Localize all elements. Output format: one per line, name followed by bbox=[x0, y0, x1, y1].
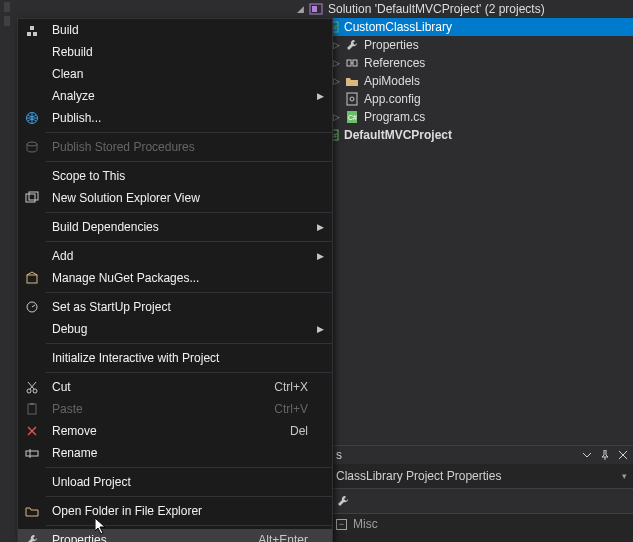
svg-text:C#: C# bbox=[348, 114, 357, 121]
solution-label: Solution 'DefaultMVCProject' (2 projects… bbox=[328, 0, 545, 18]
menu-item-shortcut: Alt+Enter bbox=[258, 533, 332, 542]
properties-group-label: Misc bbox=[353, 517, 378, 531]
build-icon bbox=[18, 23, 46, 37]
svg-rect-6 bbox=[347, 93, 357, 105]
tree-item-properties[interactable]: ▷Properties bbox=[292, 36, 633, 54]
menu-item-label: Build Dependencies bbox=[46, 220, 332, 234]
menu-item-analyze[interactable]: Analyze▶ bbox=[18, 85, 332, 107]
menu-separator bbox=[46, 161, 332, 162]
rename-icon bbox=[18, 446, 46, 460]
submenu-arrow-icon: ▶ bbox=[317, 91, 324, 101]
remove-icon bbox=[18, 424, 46, 438]
properties-pane-header-label: s bbox=[334, 448, 575, 462]
menu-item-label: Open Folder in File Explorer bbox=[46, 504, 332, 518]
menu-separator bbox=[46, 467, 332, 468]
menu-item-cut[interactable]: CutCtrl+X bbox=[18, 376, 332, 398]
svg-rect-12 bbox=[27, 32, 31, 36]
menu-separator bbox=[46, 241, 332, 242]
menu-item-build[interactable]: Build bbox=[18, 19, 332, 41]
menu-separator bbox=[46, 525, 332, 526]
tree-item-label: References bbox=[364, 54, 425, 72]
menu-item-initialize-interactive-with-project[interactable]: Initialize Interactive with Project bbox=[18, 347, 332, 369]
menu-item-open-folder-in-file-explorer[interactable]: Open Folder in File Explorer bbox=[18, 500, 332, 522]
menu-separator bbox=[46, 343, 332, 344]
menu-item-new-solution-explorer-view[interactable]: New Solution Explorer View bbox=[18, 187, 332, 209]
properties-subject-label: ClassLibrary Project Properties bbox=[336, 469, 622, 483]
menu-item-set-as-startup-project[interactable]: Set as StartUp Project bbox=[18, 296, 332, 318]
menu-item-label: Clean bbox=[46, 67, 332, 81]
svg-point-16 bbox=[27, 142, 37, 146]
svg-rect-4 bbox=[347, 60, 351, 66]
wrench-icon bbox=[344, 37, 360, 53]
wrench-icon[interactable] bbox=[336, 494, 350, 508]
tree-item-app-config[interactable]: App.config bbox=[292, 90, 633, 108]
menu-item-label: Publish Stored Procedures bbox=[46, 140, 332, 154]
left-tool-rail bbox=[0, 0, 14, 542]
svg-rect-1 bbox=[312, 6, 317, 12]
expander-icon[interactable]: ◢ bbox=[292, 0, 308, 18]
solution-explorer-tree[interactable]: ◢ Solution 'DefaultMVCProject' (2 projec… bbox=[292, 0, 633, 170]
openfolder-icon bbox=[18, 504, 46, 518]
newview-icon bbox=[18, 191, 46, 205]
menu-item-label: Manage NuGet Packages... bbox=[46, 271, 332, 285]
svg-rect-17 bbox=[26, 194, 35, 202]
properties-subject[interactable]: ClassLibrary Project Properties ▾ bbox=[330, 464, 633, 488]
solution-root[interactable]: ◢ Solution 'DefaultMVCProject' (2 projec… bbox=[292, 0, 633, 18]
menu-separator bbox=[46, 372, 332, 373]
tree-item-customclasslibrary[interactable]: ◢C#CustomClassLibrary bbox=[292, 18, 633, 36]
properties-pane-header: s bbox=[330, 446, 633, 464]
nuget-icon bbox=[18, 271, 46, 285]
menu-item-shortcut: Ctrl+V bbox=[274, 402, 332, 416]
menu-item-paste: PasteCtrl+V bbox=[18, 398, 332, 420]
menu-item-properties[interactable]: PropertiesAlt+Enter bbox=[18, 529, 332, 542]
svg-rect-19 bbox=[27, 275, 37, 283]
menu-item-publish[interactable]: Publish... bbox=[18, 107, 332, 129]
menu-item-unload-project[interactable]: Unload Project bbox=[18, 471, 332, 493]
menu-item-label: Initialize Interactive with Project bbox=[46, 351, 332, 365]
dropdown-icon[interactable] bbox=[581, 449, 593, 461]
menu-item-remove[interactable]: RemoveDel bbox=[18, 420, 332, 442]
menu-item-label: Remove bbox=[46, 424, 290, 438]
menu-item-scope-to-this[interactable]: Scope to This bbox=[18, 165, 332, 187]
menu-item-label: Debug bbox=[46, 322, 332, 336]
menu-item-debug[interactable]: Debug▶ bbox=[18, 318, 332, 340]
cut-icon bbox=[18, 380, 46, 394]
folder-icon bbox=[344, 73, 360, 89]
project-context-menu[interactable]: BuildRebuildCleanAnalyze▶Publish...Publi… bbox=[17, 18, 333, 542]
menu-item-clean[interactable]: Clean bbox=[18, 63, 332, 85]
menu-item-rebuild[interactable]: Rebuild bbox=[18, 41, 332, 63]
tree-item-references[interactable]: ▷References bbox=[292, 54, 633, 72]
svg-point-7 bbox=[350, 97, 354, 101]
tree-item-apimodels[interactable]: ▷ApiModels bbox=[292, 72, 633, 90]
collapse-icon[interactable]: − bbox=[336, 519, 347, 530]
menu-item-label: Unload Project bbox=[46, 475, 332, 489]
svg-rect-5 bbox=[353, 60, 357, 66]
menu-separator bbox=[46, 496, 332, 497]
wrench-icon bbox=[18, 533, 46, 542]
tree-item-program-cs[interactable]: ▷C#Program.cs bbox=[292, 108, 633, 126]
menu-item-label: Paste bbox=[46, 402, 274, 416]
menu-item-label: New Solution Explorer View bbox=[46, 191, 332, 205]
pin-icon[interactable] bbox=[599, 449, 611, 461]
startup-icon bbox=[18, 300, 46, 314]
tree-item-label: DefaultMVCProject bbox=[344, 126, 452, 144]
submenu-arrow-icon: ▶ bbox=[317, 324, 324, 334]
properties-group-row[interactable]: − Misc bbox=[330, 514, 633, 534]
menu-item-rename[interactable]: Rename bbox=[18, 442, 332, 464]
cs-icon: C# bbox=[344, 109, 360, 125]
menu-item-add[interactable]: Add▶ bbox=[18, 245, 332, 267]
svg-rect-14 bbox=[30, 26, 34, 30]
menu-item-label: Analyze bbox=[46, 89, 332, 103]
tree-item-label: App.config bbox=[364, 90, 421, 108]
svg-point-22 bbox=[33, 389, 37, 393]
tree-item-defaultmvcproject[interactable]: ▷C#DefaultMVCProject bbox=[292, 126, 633, 144]
submenu-arrow-icon: ▶ bbox=[317, 251, 324, 261]
dropdown-icon[interactable]: ▾ bbox=[622, 471, 627, 481]
menu-item-build-dependencies[interactable]: Build Dependencies▶ bbox=[18, 216, 332, 238]
properties-toolbar bbox=[330, 488, 633, 514]
app-root: { "solution": { "header": "Solution 'Def… bbox=[0, 0, 633, 542]
close-icon[interactable] bbox=[617, 449, 629, 461]
menu-separator bbox=[46, 132, 332, 133]
menu-item-manage-nuget-packages[interactable]: Manage NuGet Packages... bbox=[18, 267, 332, 289]
svg-rect-18 bbox=[29, 192, 38, 200]
